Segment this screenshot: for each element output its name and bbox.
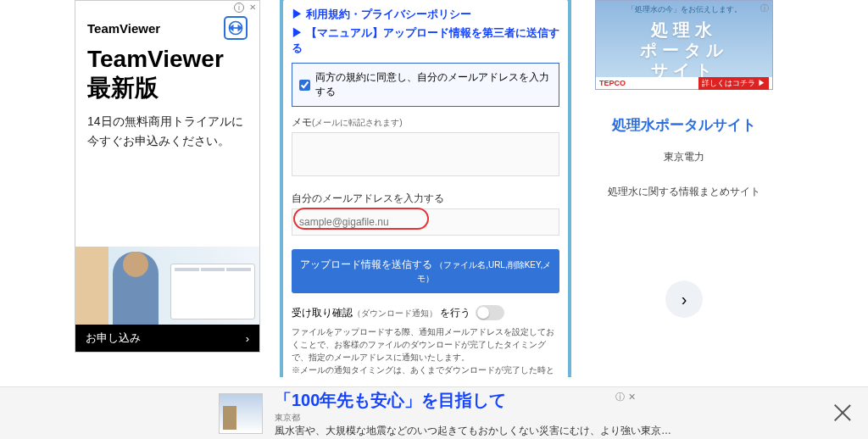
consent-checkbox-row[interactable]: 両方の規約に同意し、自分のメールアドレスを入力する [292, 63, 559, 107]
chevron-right-icon: › [246, 332, 249, 345]
ad-left-teamviewer: i ✕ TeamViewer TeamViewer 最新版 14日の無料商用トラ… [75, 0, 260, 353]
ad-bottom-description: 風水害や、大規模な地震などのいつ起きてもおかしくない災害にむけ、より強い東京… [275, 424, 671, 438]
ad-dismiss-icon[interactable]: ✕ [628, 392, 636, 403]
ad-headline-line1: TeamViewer [87, 45, 248, 74]
ad-bottom-brand: 東京都 [275, 412, 671, 424]
ad-right-hero[interactable]: ⓘ 「処理水の今」をお伝えします。 処理水 ポータル サイト TEPCO 詳しく… [595, 0, 773, 90]
ad-headline-line2: 最新版 [87, 74, 248, 103]
apply-button[interactable]: お申し込み › [75, 325, 259, 352]
ad-right-description: 処理水に関する情報まとめサイト [608, 185, 760, 199]
ad-right-title[interactable]: 処理水ポータルサイト [612, 115, 756, 135]
chevron-right-icon: › [682, 290, 687, 309]
memo-label: メモ(メールに転記されます) [292, 115, 559, 130]
submit-upload-info-button[interactable]: アップロード情報を送信する （ファイル名,URL,削除KEY,メモ） [292, 249, 559, 293]
hero-main-text: 処理水 ポータル サイト [596, 19, 772, 81]
hero-more-link[interactable]: 詳しくはコチラ ▶ [698, 77, 769, 90]
upload-form-panel: ▶ 利用規約・プライバシーポリシー ▶ 【マニュアル】アップロード情報を第三者に… [280, 0, 571, 377]
teamviewer-logo-icon [224, 16, 248, 40]
download-notify-toggle[interactable] [476, 305, 504, 320]
manual-link[interactable]: ▶ 【マニュアル】アップロード情報を第三者に送信する [292, 25, 559, 56]
email-label: 自分のメールアドレスを入力する [292, 192, 559, 206]
ad-illustration [75, 247, 259, 325]
ad-bottom-headline[interactable]: 「100年先も安心」を目指して [275, 389, 671, 412]
ad-info-icon[interactable]: i [234, 3, 244, 13]
fine-print: ファイルをアップロードする際、通知用メールアドレスを設定しておくことで、お客様の… [292, 325, 559, 377]
consent-checkbox[interactable] [299, 80, 310, 91]
terms-link[interactable]: ▶ 利用規約・プライバシーポリシー [292, 7, 559, 22]
email-input[interactable] [292, 208, 559, 236]
ad-info-icon[interactable]: ⓘ [615, 391, 625, 403]
consent-label: 両方の規約に同意し、自分のメールアドレスを入力する [315, 70, 552, 99]
ad-next-button[interactable]: › [665, 281, 703, 318]
ad-close-icon[interactable]: ✕ [249, 3, 256, 12]
confirm-label: 受け取り確認（ダウンロード通知） を行う [292, 306, 470, 320]
close-icon[interactable] [829, 399, 856, 426]
ad-right-column: ⓘ 「処理水の今」をお伝えします。 処理水 ポータル サイト TEPCO 詳しく… [595, 0, 773, 353]
tepco-logo: TEPCO [599, 79, 626, 87]
memo-textarea[interactable] [292, 132, 559, 176]
teamviewer-brand: TeamViewer [87, 21, 160, 36]
ad-bottom-banner: 「100年先も安心」を目指して 東京都 風水害や、大規模な地震などのいつ起きても… [0, 386, 868, 439]
hero-tagline: 「処理水の今」をお伝えします。 [596, 4, 772, 15]
ad-bottom-thumbnail [219, 393, 263, 434]
ad-description: 14日の無料商用トライアルに今すぐお申込みください。 [75, 102, 259, 150]
ad-right-subtitle: 東京電力 [664, 150, 704, 164]
